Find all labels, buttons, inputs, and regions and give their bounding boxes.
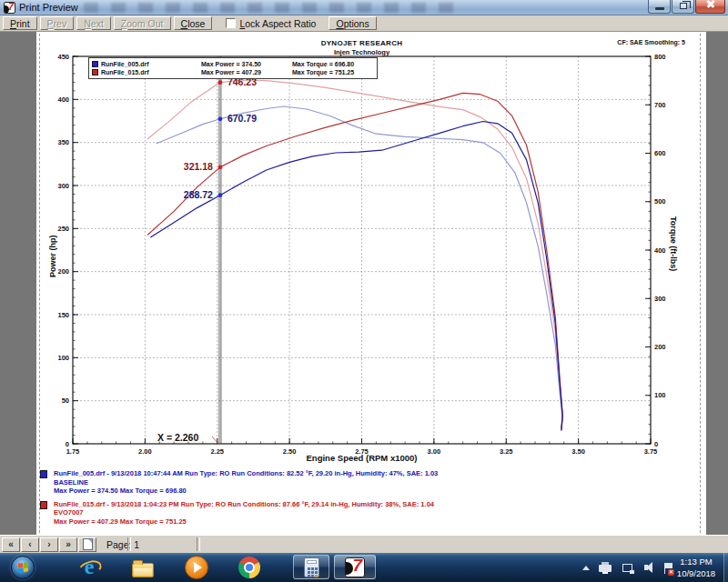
- background-window-artifact: [84, 3, 466, 13]
- clock-date: 10/9/2018: [669, 567, 723, 579]
- taskbar-item-windows-explorer[interactable]: [131, 556, 155, 579]
- close-window-button[interactable]: [695, 0, 725, 14]
- svg-text:670.79: 670.79: [228, 113, 257, 124]
- minimize-icon: [655, 7, 664, 10]
- svg-text:400: 400: [57, 95, 69, 104]
- svg-text:300: 300: [654, 295, 666, 303]
- prev-button[interactable]: Prev: [40, 16, 75, 30]
- minimize-button[interactable]: [648, 0, 671, 14]
- window-title: Print Preview: [19, 2, 78, 13]
- legend-row-evo: RunFile_015.drf Max Power = 407.29 Max T…: [92, 68, 374, 76]
- svg-text:250: 250: [57, 225, 69, 233]
- print-button[interactable]: Print: [3, 16, 37, 30]
- svg-text:100: 100: [654, 391, 666, 399]
- restore-button[interactable]: [672, 0, 694, 14]
- close-button[interactable]: Close: [174, 16, 213, 30]
- svg-text:300: 300: [57, 182, 69, 190]
- legend-chip-blue: [92, 61, 98, 67]
- cursor-markers: 746.23670.79321.18288.72: [184, 76, 257, 200]
- svg-text:350: 350: [57, 138, 69, 146]
- page-number-label: Page: 1: [106, 539, 139, 550]
- svg-text:288.72: 288.72: [184, 189, 213, 200]
- run-details: RunFile_005.drf - 9/13/2018 10:47:44 AM …: [54, 469, 438, 478]
- torque-axis-label: Torque (ft-lbs): [669, 216, 678, 271]
- series-RunFile_015-power: [148, 93, 563, 428]
- svg-text:400: 400: [654, 246, 666, 255]
- chrome-icon: [238, 557, 260, 578]
- cursor-readout: X = 2.260: [157, 432, 218, 445]
- start-button[interactable]: [11, 556, 35, 579]
- taskbar: e ✕ 1:13 PM 10/9/2018: [0, 553, 728, 582]
- print-preview-window: Print Preview Print Prev Next Zoom Out C…: [0, 0, 728, 582]
- preview-background: DYNOJET RESEARCH Injen Technology CF: SA…: [0, 32, 728, 535]
- caption-buttons: [647, 0, 725, 14]
- folder-icon: [132, 563, 154, 577]
- prev-page-button[interactable]: ‹: [21, 537, 39, 552]
- taskbar-item-dynojet-winpep[interactable]: [334, 555, 376, 579]
- internet-explorer-icon: e: [78, 557, 100, 578]
- statusbar-divider: [197, 537, 200, 551]
- run-chip-red: [40, 501, 47, 509]
- svg-text:0: 0: [66, 440, 69, 448]
- legend-file: RunFile_005.drf: [101, 61, 201, 67]
- legend-max-torque: Max Torque = 751.25: [292, 69, 354, 75]
- calculator-icon: [304, 557, 319, 577]
- cursor-line: [219, 56, 221, 444]
- marker-dot: [218, 116, 223, 121]
- volume-tray-icon[interactable]: [644, 565, 648, 570]
- network-tray-icon[interactable]: [622, 564, 634, 574]
- dynojet-winpep-icon: [345, 557, 365, 577]
- run-stats: Max Power = 374.50 Max Torque = 696.80: [54, 487, 438, 496]
- marker-dot: [218, 193, 223, 197]
- media-player-icon: [185, 556, 208, 579]
- preview-page: DYNOJET RESEARCH Injen Technology CF: SA…: [36, 32, 706, 535]
- windows-logo-icon: [18, 563, 28, 573]
- taskbar-item-media-player[interactable]: [185, 556, 208, 579]
- legend-max-power: Max Power = 374.50: [201, 61, 292, 67]
- svg-text:321.18: 321.18: [184, 161, 213, 172]
- legend-max-torque: Max Torque = 696.80: [292, 61, 354, 67]
- run-details: RunFile_015.drf - 9/13/2018 1:04:23 PM R…: [54, 500, 434, 509]
- zoom-out-button[interactable]: Zoom Out: [114, 16, 171, 30]
- taskbar-clock[interactable]: 1:13 PM 10/9/2018: [669, 556, 723, 579]
- series-RunFile_015-torque: [148, 80, 563, 428]
- svg-text:150: 150: [57, 311, 69, 319]
- next-page-button[interactable]: ›: [40, 537, 58, 552]
- svg-text:100: 100: [57, 354, 69, 362]
- status-bar: « ‹ › » Page: 1: [0, 535, 728, 553]
- page-setup-button[interactable]: [78, 537, 96, 552]
- grid-lines: [73, 56, 651, 444]
- printer-tray-icon[interactable]: [599, 565, 612, 572]
- taskbar-item-chrome[interactable]: [238, 556, 261, 579]
- svg-text:200: 200: [57, 267, 69, 276]
- lock-aspect-ratio-checkbox[interactable]: [226, 18, 236, 28]
- run-stats: Max Power = 407.29 Max Torque = 751.25: [54, 517, 434, 527]
- next-button[interactable]: Next: [76, 16, 111, 30]
- svg-text:50: 50: [62, 396, 69, 405]
- hidden-icons-button[interactable]: [582, 566, 590, 570]
- rpm-axis-label: Engine Speed (RPM x1000): [73, 453, 651, 463]
- legend-chip-red: [92, 69, 98, 75]
- run-annotation-evo: RunFile_015.drf - 9/13/2018 1:04:23 PM R…: [40, 500, 438, 527]
- page-icon: [83, 538, 93, 550]
- svg-text:0: 0: [654, 440, 658, 448]
- marker-dot: [218, 166, 223, 170]
- svg-text:200: 200: [654, 343, 666, 351]
- first-page-button[interactable]: «: [2, 537, 20, 552]
- options-button[interactable]: Options: [329, 16, 376, 30]
- run-annotation-baseline: RunFile_005.drf - 9/13/2018 10:47:44 AM …: [40, 469, 438, 496]
- run-name: BASELINE: [54, 478, 438, 487]
- show-desktop-button[interactable]: [723, 553, 728, 582]
- svg-text:500: 500: [654, 197, 666, 206]
- last-page-button[interactable]: »: [59, 537, 77, 552]
- toolbar: Print Prev Next Zoom Out Close Lock Aspe…: [0, 15, 728, 32]
- svg-text:800: 800: [654, 53, 666, 61]
- title-bar: Print Preview: [0, 0, 728, 15]
- app-icon: [4, 2, 15, 14]
- taskbar-item-calculator[interactable]: [293, 555, 329, 579]
- statusbar-divider: [127, 537, 131, 551]
- clock-time: 1:13 PM: [669, 556, 723, 567]
- run-annotations: RunFile_005.drf - 9/13/2018 10:47:44 AM …: [40, 469, 438, 530]
- restore-icon: [680, 3, 687, 9]
- taskbar-item-internet-explorer[interactable]: e: [77, 556, 101, 579]
